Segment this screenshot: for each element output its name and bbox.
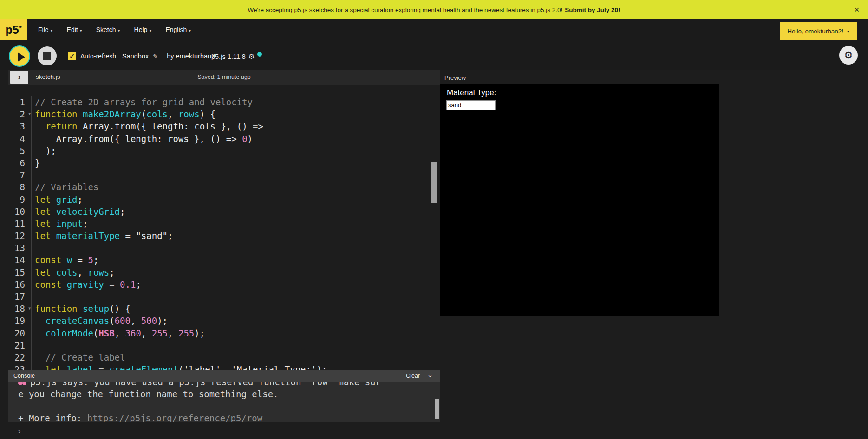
line-number: 9 — [8, 194, 32, 206]
code-line[interactable]: 19 createCanvas(600, 500); — [8, 315, 440, 327]
project-author[interactable]: by emekturhan2 — [167, 52, 215, 60]
chevron-down-icon: ▾ — [847, 29, 849, 34]
chevron-down-icon: ▾ — [51, 28, 53, 33]
code-line[interactable]: 3 return Array.from({ length: cols }, ()… — [8, 120, 440, 132]
line-number: 19 — [8, 315, 32, 327]
close-icon[interactable]: × — [852, 5, 861, 14]
project-info: Sandbox ✎ by emekturhan2 — [122, 52, 215, 60]
stop-button[interactable] — [38, 46, 57, 65]
code-line[interactable]: 7 — [8, 169, 440, 181]
code-line[interactable]: 11let input; — [8, 218, 440, 230]
announcement-deadline[interactable]: Submit by July 20! — [565, 6, 620, 13]
play-icon — [18, 52, 25, 62]
line-number: 16 — [8, 278, 32, 291]
play-button[interactable] — [9, 45, 30, 67]
code-line[interactable]: 21 — [8, 339, 440, 351]
auto-refresh: ✓ Auto-refresh — [68, 52, 116, 60]
menu-edit[interactable]: Edit▾ — [61, 22, 88, 37]
line-number: 7 — [8, 169, 32, 181]
account-button[interactable]: Hello, emekturhan2! ▾ — [780, 22, 857, 40]
console-title: Console — [13, 373, 35, 379]
auto-refresh-checkbox[interactable]: ✓ — [68, 52, 76, 60]
line-number: 2▼ — [8, 108, 32, 120]
code-line[interactable]: 18▼function setup() { — [8, 303, 440, 315]
line-number: 11 — [8, 218, 32, 230]
p5-logo[interactable]: p5* — [0, 19, 27, 40]
menu-sketch[interactable]: Sketch▾ — [91, 22, 126, 37]
p5js-web-editor: We're accepting p5.js sketches for a spe… — [0, 0, 868, 439]
code-line[interactable]: 17 — [8, 291, 440, 303]
code-line[interactable]: 9let grid; — [8, 194, 440, 206]
sketch-canvas: Material Type: — [440, 84, 719, 316]
line-number: 5 — [8, 145, 32, 157]
tab-sketch-js[interactable]: sketch.js — [36, 73, 60, 80]
code-line[interactable]: 15let cols, rows; — [8, 266, 440, 278]
code-line[interactable]: 14const w = 5; — [8, 254, 440, 266]
line-number: 8 — [8, 181, 32, 193]
line-number: 14 — [8, 254, 32, 266]
console-collapse-chevron-icon[interactable]: › — [427, 375, 435, 377]
preview-title: Preview — [444, 74, 466, 81]
code-line[interactable]: 6} — [8, 157, 440, 169]
line-number: 21 — [8, 339, 32, 351]
material-type-input[interactable] — [446, 100, 496, 110]
line-number: 20 — [8, 327, 32, 339]
auto-refresh-label: Auto-refresh — [80, 52, 116, 60]
menu-english[interactable]: English▾ — [160, 22, 196, 37]
logo-asterisk: * — [19, 24, 22, 32]
code-line[interactable]: 12let materialType = "sand"; — [8, 230, 440, 242]
console-message: p5.js says: you have used a p5.js reserv… — [8, 382, 440, 388]
error-icon — [18, 382, 26, 388]
line-number: 10 — [8, 206, 32, 218]
toolbar: ✓ Auto-refresh Sandbox ✎ by emekturhan2 … — [0, 41, 868, 70]
console-message — [8, 400, 440, 412]
line-number: 22 — [8, 351, 32, 363]
chevron-down-icon: ▾ — [149, 28, 151, 33]
code-line[interactable]: 8// Variables — [8, 181, 440, 193]
code-line[interactable]: 22 // Create label — [8, 351, 440, 363]
code-line[interactable]: 10let velocityGrid; — [8, 206, 440, 218]
code-line[interactable]: 4 Array.from({ length: rows }, () => 0) — [8, 133, 440, 145]
chevron-down-icon: ▾ — [189, 28, 191, 33]
line-number: 15 — [8, 266, 32, 278]
code-editor[interactable]: 1// Create 2D arrays for grid and veloci… — [8, 85, 440, 370]
version-info: p5.js 1.11.8 ⚙ — [211, 52, 262, 61]
file-header: › Saved: 1 minute ago sketch.js — [8, 70, 440, 85]
code-line[interactable]: 1// Create 2D arrays for grid and veloci… — [8, 96, 440, 108]
console-clear-button[interactable]: Clear — [406, 373, 420, 379]
chevron-down-icon: ▾ — [80, 28, 82, 33]
announcement-banner: We're accepting p5.js sketches for a spe… — [0, 0, 868, 19]
fold-arrow-icon[interactable]: ▼ — [28, 307, 31, 310]
console-message: e you change the function name to someth… — [8, 388, 440, 400]
menu-file[interactable]: File▾ — [33, 22, 59, 37]
settings-button[interactable]: ⚙ — [839, 46, 858, 65]
console-prompt[interactable]: › — [17, 426, 22, 436]
code-line[interactable]: 5 ); — [8, 145, 440, 157]
line-number: 17 — [8, 291, 32, 303]
fold-arrow-icon[interactable]: ▼ — [28, 112, 31, 116]
editor-scrollbar[interactable] — [431, 162, 437, 203]
saved-status: Saved: 1 minute ago — [8, 74, 440, 80]
line-number: 13 — [8, 242, 32, 254]
edit-project-name-icon[interactable]: ✎ — [153, 53, 158, 60]
line-number: 4 — [8, 133, 32, 145]
p5-version-label: p5.js 1.11.8 — [211, 53, 246, 60]
stop-icon — [43, 52, 51, 60]
code-line[interactable]: 2▼function make2DArray(cols, rows) { — [8, 108, 440, 120]
console-header: Console Clear › — [8, 370, 440, 382]
material-type-label: Material Type: — [447, 88, 496, 97]
notification-dot — [257, 52, 262, 57]
account-label: Hello, emekturhan2! — [787, 28, 843, 35]
version-settings-gear-icon[interactable]: ⚙ — [248, 52, 255, 61]
code-line[interactable]: 23 let label = createElement('label', 'M… — [8, 363, 440, 370]
announcement-text: We're accepting p5.js sketches for a spe… — [248, 6, 563, 13]
code-line[interactable]: 20 colorMode(HSB, 360, 255, 255); — [8, 327, 440, 339]
code-line[interactable]: 13 — [8, 242, 440, 254]
nav-bar: p5* File▾Edit▾Sketch▾Help▾English▾ Hello… — [0, 19, 868, 40]
console-scrollbar[interactable] — [435, 399, 439, 419]
menu-help[interactable]: Help▾ — [129, 22, 157, 37]
code-line[interactable]: 16const gravity = 0.1; — [8, 278, 440, 291]
console-output: p5.js says: you have used a p5.js reserv… — [8, 382, 440, 422]
line-number: 12 — [8, 230, 32, 242]
chevron-down-icon: ▾ — [118, 28, 120, 33]
